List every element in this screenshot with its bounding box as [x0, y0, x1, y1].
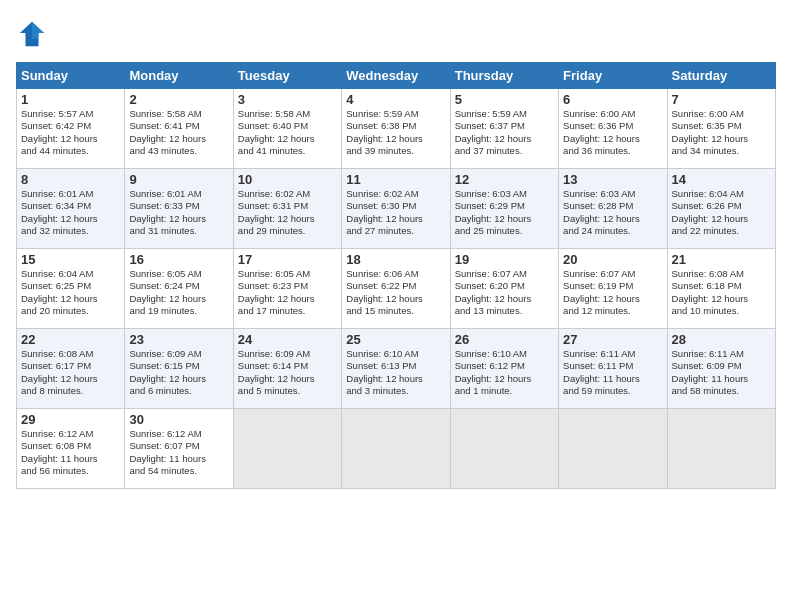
day-number: 6 [563, 92, 662, 107]
day-info: Sunrise: 6:07 AM [455, 268, 554, 280]
day-number: 11 [346, 172, 445, 187]
calendar-cell: 27Sunrise: 6:11 AMSunset: 6:11 PMDayligh… [559, 329, 667, 409]
day-info: Daylight: 12 hours [455, 213, 554, 225]
day-number: 3 [238, 92, 337, 107]
day-info: Daylight: 12 hours [672, 133, 771, 145]
calendar-cell [342, 409, 450, 489]
day-info: and 54 minutes. [129, 465, 228, 477]
calendar-cell [559, 409, 667, 489]
calendar-cell [667, 409, 775, 489]
day-number: 18 [346, 252, 445, 267]
day-info: Sunrise: 6:05 AM [129, 268, 228, 280]
day-info: Sunrise: 6:09 AM [238, 348, 337, 360]
day-info: Daylight: 12 hours [455, 293, 554, 305]
day-info: Sunrise: 6:05 AM [238, 268, 337, 280]
calendar-cell: 16Sunrise: 6:05 AMSunset: 6:24 PMDayligh… [125, 249, 233, 329]
day-info: Daylight: 12 hours [346, 213, 445, 225]
day-info: Sunset: 6:22 PM [346, 280, 445, 292]
day-number: 17 [238, 252, 337, 267]
day-number: 26 [455, 332, 554, 347]
day-number: 19 [455, 252, 554, 267]
calendar-cell: 14Sunrise: 6:04 AMSunset: 6:26 PMDayligh… [667, 169, 775, 249]
day-info: Sunset: 6:28 PM [563, 200, 662, 212]
calendar-cell: 25Sunrise: 6:10 AMSunset: 6:13 PMDayligh… [342, 329, 450, 409]
day-info: and 41 minutes. [238, 145, 337, 157]
calendar-cell: 20Sunrise: 6:07 AMSunset: 6:19 PMDayligh… [559, 249, 667, 329]
calendar-cell: 13Sunrise: 6:03 AMSunset: 6:28 PMDayligh… [559, 169, 667, 249]
day-info: Sunset: 6:26 PM [672, 200, 771, 212]
calendar-cell: 8Sunrise: 6:01 AMSunset: 6:34 PMDaylight… [17, 169, 125, 249]
day-info: Sunrise: 6:06 AM [346, 268, 445, 280]
day-info: and 5 minutes. [238, 385, 337, 397]
day-number: 15 [21, 252, 120, 267]
day-info: and 22 minutes. [672, 225, 771, 237]
day-info: Sunrise: 6:10 AM [346, 348, 445, 360]
day-info: Sunrise: 6:03 AM [563, 188, 662, 200]
day-info: Sunrise: 6:12 AM [129, 428, 228, 440]
day-info: and 20 minutes. [21, 305, 120, 317]
day-info: Sunset: 6:42 PM [21, 120, 120, 132]
day-info: Sunrise: 6:02 AM [238, 188, 337, 200]
day-info: Sunrise: 6:09 AM [129, 348, 228, 360]
day-info: Daylight: 12 hours [21, 373, 120, 385]
day-number: 5 [455, 92, 554, 107]
day-info: Daylight: 12 hours [21, 133, 120, 145]
calendar-cell: 23Sunrise: 6:09 AMSunset: 6:15 PMDayligh… [125, 329, 233, 409]
day-info: Sunrise: 6:08 AM [672, 268, 771, 280]
day-number: 16 [129, 252, 228, 267]
day-info: Daylight: 12 hours [129, 133, 228, 145]
calendar-cell: 12Sunrise: 6:03 AMSunset: 6:29 PMDayligh… [450, 169, 558, 249]
day-info: Sunrise: 6:02 AM [346, 188, 445, 200]
weekday-header-saturday: Saturday [667, 63, 775, 89]
day-info: Daylight: 12 hours [672, 213, 771, 225]
day-info: and 10 minutes. [672, 305, 771, 317]
day-info: Sunset: 6:07 PM [129, 440, 228, 452]
day-info: Sunrise: 6:03 AM [455, 188, 554, 200]
day-info: Sunset: 6:13 PM [346, 360, 445, 372]
day-info: Daylight: 12 hours [129, 213, 228, 225]
day-info: and 36 minutes. [563, 145, 662, 157]
calendar-cell: 1Sunrise: 5:57 AMSunset: 6:42 PMDaylight… [17, 89, 125, 169]
calendar-cell: 21Sunrise: 6:08 AMSunset: 6:18 PMDayligh… [667, 249, 775, 329]
day-number: 13 [563, 172, 662, 187]
day-info: and 13 minutes. [455, 305, 554, 317]
day-info: and 31 minutes. [129, 225, 228, 237]
day-info: Sunrise: 6:12 AM [21, 428, 120, 440]
day-info: Sunrise: 5:57 AM [21, 108, 120, 120]
day-info: Sunrise: 5:59 AM [455, 108, 554, 120]
day-info: Sunrise: 6:04 AM [672, 188, 771, 200]
day-number: 7 [672, 92, 771, 107]
day-info: and 44 minutes. [21, 145, 120, 157]
day-number: 30 [129, 412, 228, 427]
day-number: 23 [129, 332, 228, 347]
day-info: Sunset: 6:18 PM [672, 280, 771, 292]
day-info: and 1 minute. [455, 385, 554, 397]
calendar-cell: 19Sunrise: 6:07 AMSunset: 6:20 PMDayligh… [450, 249, 558, 329]
day-info: Sunset: 6:12 PM [455, 360, 554, 372]
day-info: Sunset: 6:37 PM [455, 120, 554, 132]
day-info: Daylight: 12 hours [455, 133, 554, 145]
day-info: and 56 minutes. [21, 465, 120, 477]
day-info: Daylight: 11 hours [129, 453, 228, 465]
weekday-header-friday: Friday [559, 63, 667, 89]
day-info: Sunset: 6:08 PM [21, 440, 120, 452]
day-info: Sunrise: 5:58 AM [238, 108, 337, 120]
day-info: Daylight: 12 hours [129, 373, 228, 385]
day-info: Sunrise: 6:11 AM [563, 348, 662, 360]
logo-icon [18, 20, 46, 48]
day-info: Daylight: 11 hours [563, 373, 662, 385]
weekday-header-thursday: Thursday [450, 63, 558, 89]
day-info: Sunrise: 6:11 AM [672, 348, 771, 360]
day-number: 4 [346, 92, 445, 107]
day-info: Sunset: 6:34 PM [21, 200, 120, 212]
calendar-cell: 11Sunrise: 6:02 AMSunset: 6:30 PMDayligh… [342, 169, 450, 249]
calendar-cell: 30Sunrise: 6:12 AMSunset: 6:07 PMDayligh… [125, 409, 233, 489]
day-info: and 3 minutes. [346, 385, 445, 397]
calendar-cell: 26Sunrise: 6:10 AMSunset: 6:12 PMDayligh… [450, 329, 558, 409]
day-info: Sunset: 6:38 PM [346, 120, 445, 132]
day-info: Daylight: 12 hours [563, 133, 662, 145]
day-number: 9 [129, 172, 228, 187]
day-info: Daylight: 11 hours [21, 453, 120, 465]
day-info: Sunset: 6:11 PM [563, 360, 662, 372]
day-info: Daylight: 12 hours [129, 293, 228, 305]
